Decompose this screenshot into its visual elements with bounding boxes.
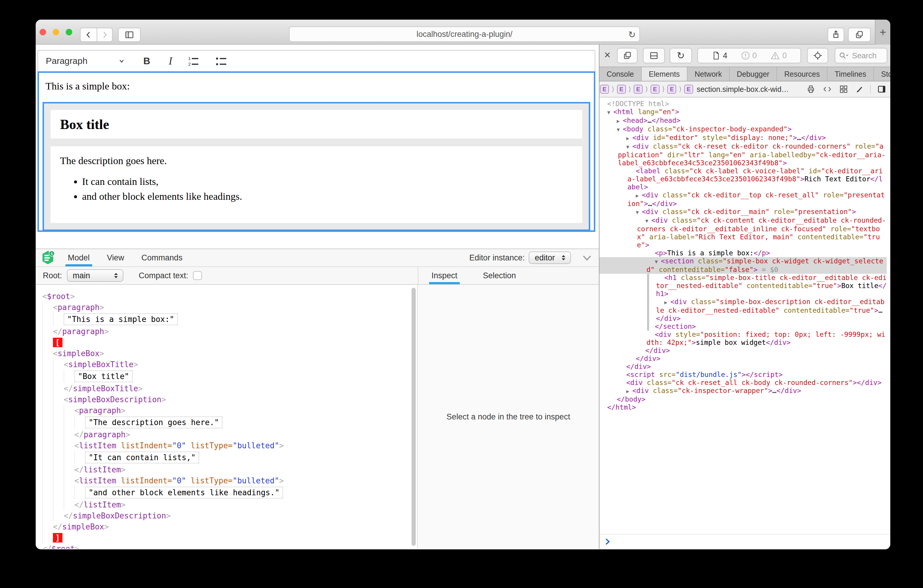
dom-tree-node[interactable]: ▼ <body class="ck-inspector-body-expande… [599, 125, 887, 134]
model-tree-node[interactable]: </paragraph> [42, 429, 417, 440]
model-tree-node[interactable]: <listItem listIndent="0" listType="bulle… [42, 475, 417, 486]
model-tree-node[interactable]: "The description goes here." [42, 416, 417, 429]
search-input[interactable]: Search [835, 48, 887, 63]
dom-tree-node[interactable]: </div> [599, 355, 887, 363]
breadcrumb-element-badge[interactable]: E [600, 85, 609, 94]
tab-timelines[interactable]: Timelines [828, 67, 874, 81]
dock-bottom-button[interactable] [643, 48, 665, 63]
model-tree-node[interactable]: </simpleBox> [42, 521, 417, 532]
widget-description-area[interactable]: The description goes here. It can contai… [51, 146, 582, 223]
zoom-window-button[interactable] [66, 29, 72, 35]
model-tree-node[interactable]: ] [42, 532, 417, 543]
dom-tree-node[interactable]: </html> [599, 403, 887, 411]
element-picker-button[interactable] [807, 48, 828, 63]
model-tree-node[interactable]: <simpleBoxDescription> [42, 394, 417, 405]
sidebar-toggle-button[interactable] [118, 28, 141, 42]
details-sidebar-button[interactable] [870, 85, 886, 94]
tab-view[interactable]: View [107, 249, 124, 266]
list-item[interactable]: and other block elements like headings. [82, 191, 582, 202]
model-tree-node[interactable]: </listItem> [42, 499, 417, 510]
model-tree-node[interactable]: </simpleBoxDescription> [42, 510, 417, 521]
dom-tree-node[interactable]: <!DOCTYPE html> [599, 100, 887, 108]
model-tree-node[interactable]: <listItem listIndent="0" listType="bulle… [42, 440, 417, 451]
description-list[interactable]: It can contain lists, and other block el… [51, 176, 582, 202]
chevron-down-icon[interactable] [117, 56, 126, 66]
tab-console[interactable]: Console [599, 67, 642, 81]
dom-tree-node[interactable]: ▶ <head>…</head> [599, 117, 887, 125]
breadcrumb-element-badge[interactable]: E [650, 85, 660, 94]
model-tree-node[interactable]: <paragraph> [42, 405, 417, 416]
tab-selection[interactable]: Selection [483, 267, 516, 284]
model-tree-node[interactable]: <paragraph> [42, 302, 417, 313]
dom-tree-node[interactable]: <label class="ck ck-label ck-voice-label… [599, 167, 887, 191]
dom-tree-node[interactable]: <p>This is a simple box:</p> [599, 249, 887, 257]
editor-instance-select[interactable]: editor [529, 251, 571, 264]
model-tree-node[interactable]: </simpleBoxTitle> [42, 383, 417, 394]
dom-tree-node[interactable]: <h1 class="simple-box-title ck-editor__e… [599, 274, 887, 298]
show-source-button[interactable] [823, 85, 832, 94]
bulleted-list-button[interactable] [215, 55, 228, 67]
model-tree-node[interactable]: "and other block elements like headings.… [42, 486, 417, 499]
breadcrumb-element-badge[interactable]: E [617, 85, 626, 94]
tab-elements[interactable]: Elements [642, 67, 688, 81]
close-window-button[interactable] [39, 29, 46, 35]
collapse-inspector-icon[interactable] [581, 254, 593, 262]
list-item[interactable]: It can contain lists, [82, 176, 582, 187]
model-tree-node[interactable]: </paragraph> [42, 326, 417, 337]
print-styles-button[interactable] [806, 85, 815, 94]
model-tree-node[interactable]: "It can contain lists," [42, 451, 417, 464]
model-tree-node[interactable]: [ [42, 337, 417, 348]
dom-tree-node[interactable]: </div> [599, 347, 887, 355]
resource-status-group[interactable]: 4 0 0 [697, 48, 801, 63]
dom-tree-node[interactable]: ▼ <section class="simple-box ck-widget c… [599, 257, 887, 274]
breadcrumb-selector[interactable]: section.simple-box.ck-wid… [697, 85, 789, 94]
dom-tree-node[interactable]: ▶ <div class="ck-inspector-wrapper">…</d… [599, 387, 887, 395]
tab-network[interactable]: Network [688, 67, 730, 81]
scrollbar-thumb[interactable] [412, 288, 416, 546]
compact-text-checkbox[interactable] [193, 271, 202, 280]
simple-box-widget[interactable]: Box title The description goes here. It … [43, 102, 590, 231]
share-button[interactable] [828, 28, 844, 42]
model-tree-node[interactable]: "This is a simple box:" [42, 313, 417, 326]
dom-tree-node[interactable]: ▶ <div id="editor" style="display: none;… [599, 134, 887, 142]
model-tree-node[interactable]: <$root> [42, 291, 417, 302]
model-tree-node[interactable]: <simpleBoxTitle> [42, 359, 417, 370]
box-title[interactable]: Box title [60, 117, 109, 132]
model-tree-node[interactable]: </$root> [42, 543, 417, 549]
forward-button[interactable] [97, 28, 113, 42]
dom-tree-node[interactable]: ▼ <div class="ck ck-editor__main" role="… [599, 208, 887, 217]
address-bar[interactable]: localhost/creating-a-plugin/ ↻ [289, 26, 640, 42]
breadcrumb-element-badge[interactable]: E [667, 85, 676, 94]
dom-tree-node[interactable]: <div style="position: fixed; top: 0px; l… [599, 330, 887, 347]
editor-editable-area[interactable]: This is a simple box: Box title The desc… [38, 71, 595, 232]
dom-tree-node[interactable]: <script src="dist/bundle.js"></script> [599, 371, 887, 379]
tab-resources[interactable]: Resources [777, 67, 828, 81]
reload-icon[interactable]: ↻ [628, 30, 636, 40]
reload-page-button[interactable]: ↻ [670, 48, 692, 63]
dom-tree-node[interactable]: </section> [599, 322, 887, 330]
minimize-window-button[interactable] [53, 29, 59, 35]
model-tree-node[interactable]: "Box title" [42, 370, 417, 383]
force-pseudo-button[interactable] [855, 85, 864, 94]
intro-paragraph[interactable]: This is a simple box: [46, 80, 594, 92]
bold-button[interactable]: B [143, 56, 150, 67]
tab-debugger[interactable]: Debugger [730, 67, 777, 81]
description-text[interactable]: The description goes here. [60, 155, 582, 166]
new-tab-button[interactable]: + [875, 20, 890, 44]
dom-tree-node[interactable]: ▼ <html lang="en"> [599, 108, 887, 117]
italic-button[interactable]: I [169, 55, 172, 67]
paragraph-dropdown[interactable]: Paragraph [46, 56, 87, 66]
root-select[interactable]: main [67, 269, 123, 282]
numbered-list-button[interactable]: 12 [187, 55, 200, 67]
widget-title-area[interactable]: Box title [51, 110, 582, 138]
dom-tree-node[interactable]: ▼ <div class="ck ck-reset ck-editor ck-r… [599, 142, 887, 167]
back-button[interactable] [80, 28, 97, 42]
tab-commands[interactable]: Commands [141, 249, 182, 266]
dom-tree-node[interactable]: ▶ <div class="ck ck-editor__top ck-reset… [599, 191, 887, 208]
console-prompt[interactable] [599, 534, 890, 549]
model-tree-node[interactable]: </listItem> [42, 464, 417, 475]
breadcrumb-element-badge[interactable]: E [684, 85, 693, 94]
layout-grid-button[interactable] [839, 85, 848, 94]
tab-overview-button[interactable] [848, 28, 870, 42]
close-devtools-button[interactable]: × [604, 49, 611, 61]
